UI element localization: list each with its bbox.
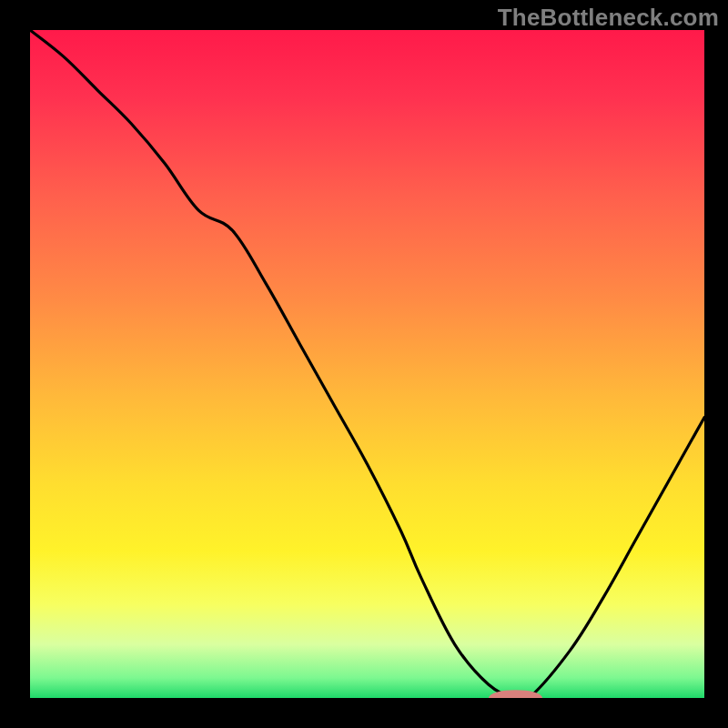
chart-frame: TheBottleneck.com xyxy=(0,0,728,728)
bottleneck-chart xyxy=(0,0,728,728)
watermark-text: TheBottleneck.com xyxy=(498,4,719,32)
